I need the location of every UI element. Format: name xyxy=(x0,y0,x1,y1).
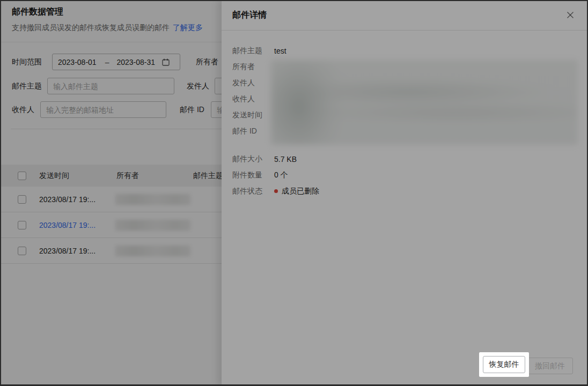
guide-spotlight: 恢复邮件 xyxy=(479,352,529,377)
restore-mail-button[interactable]: 恢复邮件 xyxy=(483,356,525,373)
guide-dim-overlay xyxy=(0,0,588,386)
email-admin-screen: 邮件数据管理 支持撤回成员误发的邮件或恢复成员误删的邮件了解更多 时间范围 20… xyxy=(0,0,588,386)
